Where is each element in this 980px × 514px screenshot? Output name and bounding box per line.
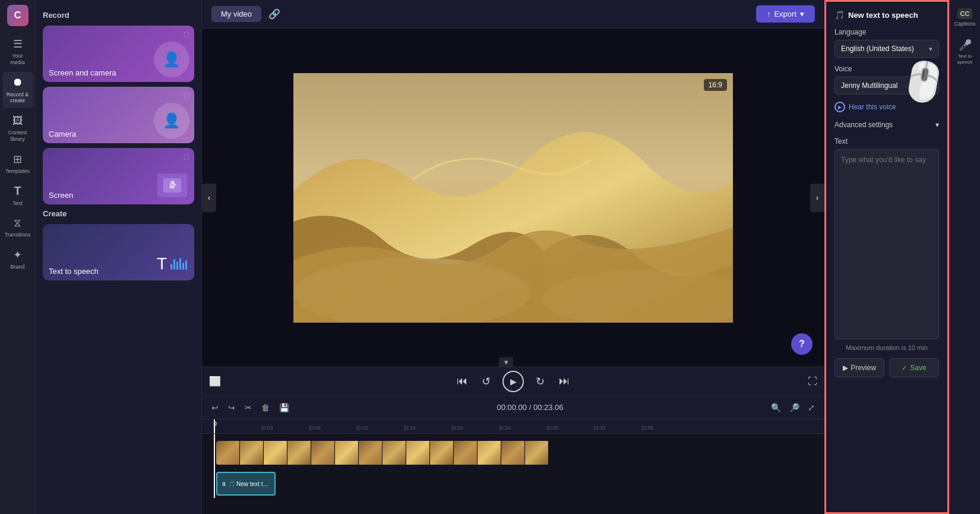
sidebar-item-brand[interactable]: ✦ Brand (2, 244, 33, 274)
sidebar-item-your-media[interactable]: ☰ Your media (2, 33, 33, 70)
tts-card-icon: T (157, 254, 187, 273)
arrow-right-button[interactable]: › (810, 184, 824, 212)
sidebar-item-text[interactable]: T Text (2, 181, 33, 210)
collapse-timeline-button[interactable]: ▾ (499, 357, 513, 367)
thumb-6 (335, 441, 359, 465)
your-media-icon: ☰ (11, 37, 25, 51)
preview-button[interactable]: ▶ Preview (834, 358, 884, 377)
main-area: My video 🔗 ↑ Export ▾ ‹ (202, 0, 824, 514)
language-select[interactable]: English (United States) ▾ (834, 40, 939, 58)
sidebar-item-content-library[interactable]: 🖼 Content library (2, 110, 33, 146)
screen-corner-icon: ⬚ (184, 153, 189, 160)
thumb-11 (454, 441, 478, 465)
sidebar-item-record-create[interactable]: ⏺ Record & create (2, 72, 33, 108)
timeline-toolbar: ↩ ↪ ✂ 🗑 💾 00:00.00 / 00:23.06 🔍 🔎 ⤢ (202, 396, 824, 420)
timeline-time-display: 00:00.00 / 00:23.06 (296, 403, 764, 412)
sidebar-item-transitions[interactable]: ⧖ Transitions (2, 212, 33, 242)
delete-button[interactable]: 🗑 (259, 401, 272, 415)
thumb-10 (430, 441, 454, 465)
camera-icon: ⬚ (184, 92, 189, 99)
export-icon: ↑ (767, 10, 771, 18)
share-icon[interactable]: 🔗 (268, 8, 280, 20)
preview-icon: ▶ (843, 364, 848, 372)
voice-select[interactable]: Jenny Multilingual ▾ (834, 77, 939, 94)
screen-camera-card[interactable]: Screen and camera 👤 ⬚ (43, 26, 194, 82)
tts-text-input[interactable] (834, 149, 939, 339)
thumb-9 (406, 441, 430, 465)
tts-clip-label: New text to s... (236, 481, 271, 487)
arrow-left-button[interactable]: ‹ (202, 184, 216, 212)
tts-actions: ▶ Preview ✓ Save (834, 358, 939, 377)
cursor-icon: ↖ (170, 178, 178, 188)
tts-sidebar-item[interactable]: 🎤 Text to speech (951, 35, 979, 68)
screen-card[interactable]: Screen 🖥 ⬚ ↖ (43, 148, 194, 204)
video-thumbnail-strip (216, 441, 549, 465)
camera-card[interactable]: Camera 👤 ⬚ (43, 87, 194, 143)
tts-title-icon: 🎵 (834, 10, 845, 20)
tts-sidebar-icon: 🎤 (959, 39, 972, 52)
text-icon: T (11, 184, 25, 198)
hear-voice-button[interactable]: ▶ Hear this voice (834, 102, 939, 112)
thumb-8 (382, 441, 406, 465)
skip-back-button[interactable]: ⏮ (454, 373, 470, 390)
text-to-speech-card[interactable]: Text to speech T (43, 224, 194, 280)
skip-forward-button[interactable]: ⏭ (557, 373, 572, 390)
screen-label: Screen (49, 191, 73, 200)
timeline-ruler: 0 |0:04 |0:08 |0:12 |0:16 |0:20 |0:24 |0… (202, 420, 824, 434)
templates-icon: ⊞ (11, 152, 25, 166)
redo-button[interactable]: ↪ (226, 401, 238, 415)
advanced-settings-row[interactable]: Advanced settings ▾ (834, 121, 939, 129)
left-sidebar-nav: C ☰ Your media ⏺ Record & create 🖼 Conte… (0, 0, 36, 514)
fit-timeline-button[interactable]: ⤢ (805, 401, 817, 415)
forward-button[interactable]: ↻ (533, 373, 547, 390)
tts-save-button[interactable]: ✓ Save (889, 358, 939, 377)
app-logo[interactable]: C (7, 5, 29, 26)
thumb-2 (240, 441, 264, 465)
thumb-13 (501, 441, 525, 465)
help-button[interactable]: ? (791, 333, 813, 355)
export-button[interactable]: ↑ Export ▾ (756, 5, 815, 23)
video-container: ‹ (202, 29, 824, 367)
ruler-playhead (214, 420, 215, 433)
ruler-mark-12: |0:12 (356, 425, 368, 431)
rewind-button[interactable]: ↺ (479, 373, 493, 390)
tts-panel: 🎵 New text to speech Language English (U… (824, 0, 949, 514)
advanced-settings-arrow: ▾ (935, 121, 939, 129)
thumb-14 (525, 441, 549, 465)
video-controls: ⬜ ⏮ ↺ ▶ ↻ ⏭ ⛶ (202, 367, 824, 395)
video-clip[interactable] (216, 441, 549, 465)
aspect-ratio-badge: 16:9 (704, 79, 727, 91)
voice-dropdown-arrow: ▾ (929, 82, 932, 90)
tts-audio-clip[interactable]: ⏸ 🎵 New text to s... (216, 472, 276, 496)
brand-icon: ✦ (11, 248, 25, 262)
sidebar-item-templates[interactable]: ⊞ Templates (2, 149, 33, 178)
undo-button[interactable]: ↩ (209, 401, 221, 415)
ruler-mark-4: |0:04 (261, 425, 273, 431)
top-bar: My video 🔗 ↑ Export ▾ (202, 0, 824, 29)
thumb-1 (216, 441, 240, 465)
play-button[interactable]: ▶ (502, 371, 524, 392)
pause-icon: ⏸ (221, 481, 227, 487)
timeline-area: ↩ ↪ ✂ 🗑 💾 00:00.00 / 00:23.06 🔍 🔎 ⤢ 0 |0… (202, 395, 824, 514)
cut-button[interactable]: ✂ (242, 401, 254, 415)
zoom-out-button[interactable]: 🔍 (769, 401, 783, 415)
my-video-tab[interactable]: My video (211, 6, 261, 22)
fullscreen-button[interactable]: ⛶ (808, 376, 817, 387)
transitions-icon: ⧖ (11, 216, 25, 230)
screen-camera-label: Screen and camera (49, 68, 116, 77)
camera-label: Camera (49, 130, 76, 138)
audio-icon: 🎵 (228, 481, 235, 487)
save-state-button[interactable]: 💾 (277, 401, 292, 415)
thumb-3 (264, 441, 287, 465)
zoom-in-button[interactable]: 🔎 (787, 401, 802, 415)
save-icon: ✓ (902, 364, 908, 372)
export-dropdown-icon: ▾ (800, 10, 804, 18)
captions-item[interactable]: CC Captions (951, 5, 979, 30)
language-label: Language (834, 28, 939, 36)
ruler-mark-16: |0:16 (404, 425, 416, 431)
voice-label: Voice (834, 65, 939, 73)
caption-toggle-button[interactable]: ⬜ (209, 376, 221, 387)
zoom-controls: 🔍 🔎 ⤢ (769, 401, 817, 415)
tts-panel-title: 🎵 New text to speech (834, 10, 939, 20)
content-library-icon: 🖼 (11, 113, 25, 128)
